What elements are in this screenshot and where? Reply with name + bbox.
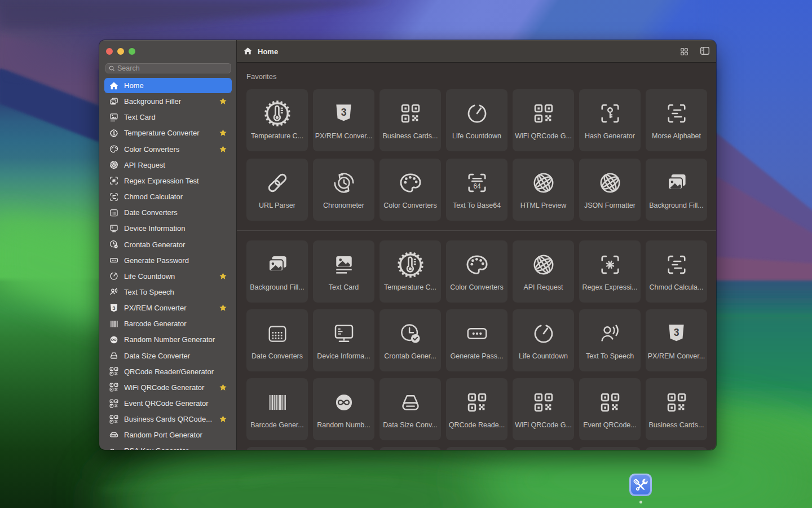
svg-text:64: 64 xyxy=(473,182,481,190)
svg-text:3: 3 xyxy=(112,305,115,311)
svg-text:3: 3 xyxy=(674,327,679,338)
svg-text:3: 3 xyxy=(341,107,347,118)
